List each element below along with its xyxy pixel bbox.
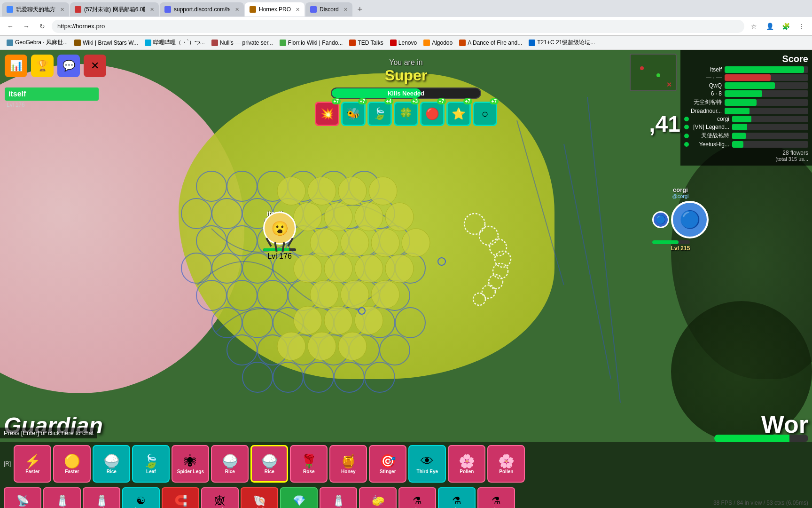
bookmark-brawl[interactable]: Wiki | Brawl Stars W... [71, 39, 141, 47]
tab-bar: 玩爱聊天的地方 ✕ (57封未读) 网易邮箱6.0版 ✕ support.dis… [0, 0, 812, 17]
bookmark-t21[interactable]: T21+C 21级超级论坛... [526, 38, 598, 48]
tab-2[interactable]: (57封未读) 网易邮箱6.0版 ✕ [70, 2, 159, 16]
forward-button[interactable]: → [20, 20, 33, 33]
bookmark-geogebra[interactable]: GeoGebra · 风麻世... [4, 38, 70, 48]
bookmark-florr-label: Florr.io Wiki | Fando... [288, 40, 343, 46]
bookmark-star[interactable]: ☆ [747, 20, 760, 33]
browser-chrome: 玩爱聊天的地方 ✕ (57封未读) 网易邮箱6.0版 ✕ support.dis… [0, 0, 812, 50]
address-bar-row: ← → ↻ ☆ 👤 🧩 ⋮ [0, 17, 812, 36]
bookmark-nulls[interactable]: Null's — private ser... [209, 39, 276, 47]
bookmark-nulls-icon [211, 40, 218, 46]
tab-3-label: support.discord.com/hc/articles/... [174, 6, 230, 13]
address-input[interactable] [52, 20, 744, 33]
tab-2-close[interactable]: ✕ [150, 7, 154, 13]
tab-1[interactable]: 玩爱聊天的地方 ✕ [2, 2, 69, 16]
bookmarks-bar: GeoGebra · 风麻世... Wiki | Brawl Stars W..… [0, 36, 812, 50]
tab-3[interactable]: support.discord.com/hc/articles/... ✕ [160, 2, 244, 16]
bookmark-ted[interactable]: TED Talks [346, 39, 386, 47]
bookmark-florr-icon [280, 40, 286, 46]
tab-4-active[interactable]: Hornex.PRO ✕ [245, 2, 304, 16]
bookmark-dance[interactable]: A Dance of Fire and... [456, 39, 525, 47]
bookmark-ted-icon [349, 40, 356, 46]
profile-button[interactable]: 👤 [763, 20, 776, 33]
bookmark-geogebra-label: GeoGebra · 风麻世... [15, 39, 68, 47]
tab-2-favicon [75, 6, 81, 13]
tab-5-label: Discord [320, 6, 339, 13]
tab-4-close[interactable]: ✕ [296, 7, 300, 13]
bookmark-nulls-label: Null's — private ser... [220, 40, 273, 46]
extensions-button[interactable]: 🧩 [779, 20, 792, 33]
game-background [0, 50, 812, 508]
tab-1-close[interactable]: ✕ [60, 7, 64, 13]
tab-3-favicon [164, 6, 171, 13]
bookmark-bilibili[interactable]: 哔哩哔哩（・`）つ... [142, 38, 208, 48]
tab-5[interactable]: Discord ✕ [305, 2, 352, 16]
bookmark-dance-icon [459, 40, 466, 46]
bookmark-lenovo[interactable]: Lenovo [387, 39, 420, 47]
tab-1-label: 玩爱聊天的地方 [16, 6, 55, 14]
bookmark-lenovo-icon [390, 40, 397, 46]
yellow-blob [179, 73, 554, 379]
bookmark-bilibili-icon [145, 40, 151, 46]
dark-blob-br [671, 301, 812, 442]
tab-5-close[interactable]: ✕ [344, 7, 348, 13]
bookmark-algodoo-icon [423, 40, 430, 46]
bookmark-algodoo-label: Algodoo [432, 40, 453, 46]
back-button[interactable]: ← [4, 20, 17, 33]
bookmark-brawl-label: Wiki | Brawl Stars W... [83, 40, 138, 46]
bookmark-t21-label: T21+C 21级超级论坛... [537, 39, 595, 47]
bookmark-t21-icon [529, 40, 535, 46]
tab-2-label: (57封未读) 网易邮箱6.0版 [84, 6, 145, 14]
reload-button[interactable]: ↻ [36, 20, 49, 33]
bookmark-brawl-icon [74, 40, 81, 46]
menu-button[interactable]: ⋮ [795, 20, 808, 33]
tab-1-favicon [7, 6, 13, 13]
game-area: 📊 🏆 💬 ✕ itself Lvl 176 You are in Super … [0, 50, 812, 508]
tab-4-label: Hornex.PRO [259, 6, 291, 13]
bookmark-florr[interactable]: Florr.io Wiki | Fando... [277, 39, 345, 47]
bookmark-geogebra-icon [7, 40, 13, 46]
tab-5-favicon [310, 6, 317, 13]
bookmark-dance-label: A Dance of Fire and... [468, 40, 522, 46]
bookmark-ted-label: TED Talks [358, 40, 383, 46]
bookmark-bilibili-label: 哔哩哔哩（・`）つ... [153, 39, 205, 47]
tab-4-favicon [250, 6, 256, 13]
bookmark-lenovo-label: Lenovo [398, 40, 417, 46]
tab-3-close[interactable]: ✕ [235, 7, 239, 13]
new-tab-button[interactable]: + [353, 3, 367, 16]
bookmark-algodoo[interactable]: Algodoo [421, 39, 455, 47]
